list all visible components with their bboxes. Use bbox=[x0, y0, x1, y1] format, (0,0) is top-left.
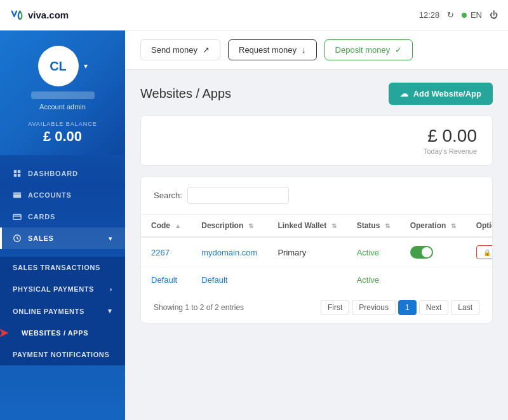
sidebar-item-accounts[interactable]: ACCOUNTS bbox=[0, 184, 125, 206]
table-header-row: Code ▲ Description ⇅ Linked Wallet ⇅ bbox=[141, 215, 493, 237]
sidebar-item-accounts-label: ACCOUNTS bbox=[28, 191, 72, 199]
svg-rect-1 bbox=[13, 215, 21, 220]
row1-options: 🔒 Delete bbox=[466, 237, 493, 268]
request-money-icon: ↓ bbox=[302, 45, 306, 55]
row1-delete-button[interactable]: 🔒 Delete bbox=[476, 245, 493, 259]
row2-description-link[interactable]: Default bbox=[201, 275, 227, 285]
request-money-button[interactable]: Request money ↓ bbox=[228, 39, 317, 60]
row2-options bbox=[466, 268, 493, 293]
submenu-sales-transactions[interactable]: SALES TRANSACTIONS bbox=[0, 257, 125, 278]
sidebar-item-sales-label: SALES bbox=[28, 234, 54, 242]
logo: viva.com bbox=[10, 8, 69, 22]
sync-icon[interactable]: ↻ bbox=[447, 10, 454, 20]
table-row: 2267 mydomain.com Primary Active bbox=[141, 237, 493, 268]
row2-status-badge: Active bbox=[357, 275, 379, 285]
topbar-right: 12:28 ↻ EN ⏻ bbox=[419, 10, 498, 20]
sidebar-item-cards-label: CARDS bbox=[28, 213, 55, 220]
arrow-indicator: ➤ bbox=[0, 326, 9, 340]
description-sort-icon[interactable]: ⇅ bbox=[248, 222, 253, 229]
main-content: Send money ↗ Request money ↓ Deposit mon… bbox=[125, 30, 508, 420]
page-title: Websites / Apps bbox=[140, 86, 231, 101]
send-money-icon: ↗ bbox=[203, 45, 210, 55]
col-code: Code ▲ bbox=[141, 215, 191, 237]
avatar-chevron-icon: ▾ bbox=[84, 62, 88, 71]
submenu-online-payments[interactable]: ONLINE PAYMENTS ▾ bbox=[0, 300, 125, 322]
table-card: Search: Code ▲ Description ⇅ bbox=[140, 176, 493, 323]
linked-wallet-sort-icon[interactable]: ⇅ bbox=[331, 222, 337, 229]
cloud-icon: ☁ bbox=[400, 89, 408, 98]
avatar-dropdown[interactable]: CL ▾ bbox=[38, 46, 88, 86]
col-description: Description ⇅ bbox=[191, 215, 267, 237]
submenu-payment-notifications[interactable]: PAYMENT NOTIFICATIONS bbox=[0, 344, 125, 365]
deposit-money-icon: ✓ bbox=[395, 45, 402, 55]
table-row: Default Default Active bbox=[141, 268, 493, 293]
layout: CL ▾ Account admin AVAILABLE BALANCE £ 0… bbox=[0, 30, 508, 420]
row2-description: Default bbox=[191, 268, 267, 293]
balance-amount: £ 0.00 bbox=[43, 128, 82, 145]
col-status: Status ⇅ bbox=[347, 215, 400, 237]
submenu-websites-apps[interactable]: ➤ WEBSITES / APPS bbox=[0, 322, 125, 344]
physical-payments-chevron-icon: › bbox=[110, 285, 112, 293]
row1-status-badge: Active bbox=[357, 248, 379, 257]
revenue-card: £ 0.00 Today's Revenue bbox=[140, 115, 493, 166]
status-indicator: EN bbox=[462, 10, 482, 20]
previous-page-button[interactable]: Previous bbox=[352, 300, 396, 315]
next-page-button[interactable]: Next bbox=[419, 300, 449, 315]
sales-chevron-icon: ▾ bbox=[109, 235, 112, 242]
last-page-button[interactable]: Last bbox=[451, 300, 479, 315]
submenu-physical-payments[interactable]: PHYSICAL PAYMENTS › bbox=[0, 278, 125, 300]
svg-rect-0 bbox=[13, 193, 21, 198]
row1-linked-wallet: Primary bbox=[267, 237, 346, 268]
code-sort-icon[interactable]: ▲ bbox=[175, 222, 181, 229]
sidebar: CL ▾ Account admin AVAILABLE BALANCE £ 0… bbox=[0, 30, 125, 420]
sidebar-item-dashboard-label: DASHBOARD bbox=[28, 170, 78, 177]
search-label: Search: bbox=[154, 191, 182, 200]
row1-toggle[interactable] bbox=[410, 246, 433, 259]
online-payments-chevron-icon: ▾ bbox=[108, 307, 112, 315]
power-icon[interactable]: ⏻ bbox=[490, 10, 498, 20]
balance-label: AVAILABLE BALANCE bbox=[28, 121, 97, 127]
websites-apps-table: Code ▲ Description ⇅ Linked Wallet ⇅ bbox=[141, 215, 493, 292]
row1-code: 2267 bbox=[141, 237, 191, 268]
add-website-app-button[interactable]: ☁ Add Website/App bbox=[389, 83, 493, 105]
sidebar-nav: DASHBOARD ACCOUNTS CARDS SALES ▾ bbox=[0, 155, 125, 257]
avatar-section: CL ▾ Account admin AVAILABLE BALANCE £ 0… bbox=[0, 30, 125, 155]
pagination-row: Showing 1 to 2 of 2 entries First Previo… bbox=[141, 292, 492, 323]
showing-text: Showing 1 to 2 of 2 entries bbox=[154, 303, 244, 312]
deposit-money-button[interactable]: Deposit money ✓ bbox=[324, 39, 413, 60]
sidebar-item-cards[interactable]: CARDS bbox=[0, 206, 125, 227]
search-row: Search: bbox=[141, 177, 492, 215]
current-page-button[interactable]: 1 bbox=[398, 300, 417, 315]
row1-operation bbox=[400, 237, 466, 268]
row2-code: Default bbox=[141, 268, 191, 293]
clock: 12:28 bbox=[419, 10, 440, 20]
col-operation: Operation ⇅ bbox=[400, 215, 466, 237]
operation-sort-icon[interactable]: ⇅ bbox=[451, 222, 456, 229]
row1-description-link[interactable]: mydomain.com bbox=[201, 248, 257, 257]
sidebar-item-dashboard[interactable]: DASHBOARD bbox=[0, 163, 125, 184]
search-input[interactable] bbox=[187, 187, 289, 204]
sidebar-item-sales[interactable]: SALES ▾ bbox=[0, 227, 125, 249]
row1-description: mydomain.com bbox=[191, 237, 267, 268]
action-bar: Send money ↗ Request money ↓ Deposit mon… bbox=[125, 30, 508, 70]
col-options: Options ⇅ bbox=[466, 215, 493, 237]
row2-operation bbox=[400, 268, 466, 293]
revenue-amount: £ 0.00 bbox=[156, 126, 477, 146]
toggle-knob bbox=[422, 247, 432, 257]
lock-icon: 🔒 bbox=[483, 249, 491, 256]
status-dot bbox=[462, 13, 467, 18]
row2-code-link[interactable]: Default bbox=[151, 275, 177, 285]
submenu: SALES TRANSACTIONS PHYSICAL PAYMENTS › O… bbox=[0, 257, 125, 365]
row1-status: Active bbox=[347, 237, 400, 268]
account-name-blur bbox=[31, 91, 95, 99]
status-sort-icon[interactable]: ⇅ bbox=[385, 222, 390, 229]
row2-linked-wallet bbox=[267, 268, 346, 293]
revenue-label: Today's Revenue bbox=[156, 147, 477, 155]
topbar: viva.com 12:28 ↻ EN ⏻ bbox=[0, 0, 508, 30]
row2-status: Active bbox=[347, 268, 400, 293]
first-page-button[interactable]: First bbox=[321, 300, 349, 315]
send-money-button[interactable]: Send money ↗ bbox=[140, 39, 220, 60]
col-linked-wallet: Linked Wallet ⇅ bbox=[267, 215, 346, 237]
row1-code-link[interactable]: 2267 bbox=[151, 248, 170, 257]
account-label: Account admin bbox=[39, 103, 86, 111]
